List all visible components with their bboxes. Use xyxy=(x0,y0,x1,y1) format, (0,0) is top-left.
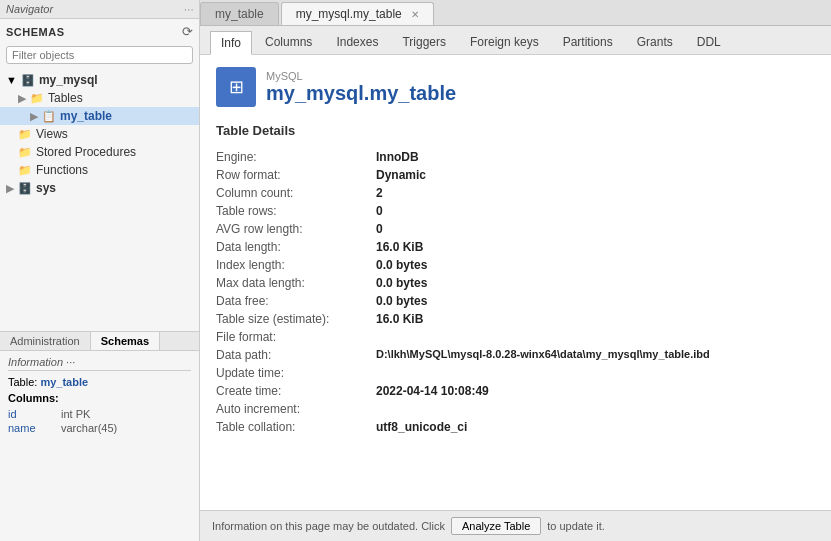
tab-schemas[interactable]: Schemas xyxy=(91,332,160,350)
detail-value: D:\lkh\MySQL\mysql-8.0.28-winx64\data\my… xyxy=(376,346,815,364)
navigator-panel: Navigator ⋯ SCHEMAS ⟳ ▼ 🗄️ my_mysql ▶ 📁 … xyxy=(0,0,200,541)
detail-label: Auto increment: xyxy=(216,400,376,418)
tab-indexes[interactable]: Indexes xyxy=(325,30,389,54)
tree-label-tables: Tables xyxy=(48,91,83,105)
tree-label-functions: Functions xyxy=(36,163,88,177)
detail-value xyxy=(376,364,815,382)
table-row: Update time: xyxy=(216,364,815,382)
table-info-content: ⊞ MySQL my_mysql.my_table Table Details … xyxy=(200,55,831,510)
folder-icon: 📁 xyxy=(30,92,44,105)
table-header: ⊞ MySQL my_mysql.my_table xyxy=(216,67,815,107)
info-panel: Information ··· Table: my_table Columns:… xyxy=(0,351,199,440)
detail-value: 2022-04-14 10:08:49 xyxy=(376,382,815,400)
tree-label-sys: sys xyxy=(36,181,56,195)
tree-label-my-mysql: my_mysql xyxy=(39,73,98,87)
mysql-icon: ⊞ xyxy=(216,67,256,107)
info-table-name: my_table xyxy=(40,376,88,388)
detail-label: Index length: xyxy=(216,256,376,274)
detail-value: 0 xyxy=(376,220,815,238)
detail-value: Dynamic xyxy=(376,166,815,184)
info-columns-label: Columns: xyxy=(8,392,191,404)
table-row: File format: xyxy=(216,328,815,346)
arrow-right-icon-sys: ▶ xyxy=(6,182,14,195)
main-tab-label-2: my_mysql.my_table xyxy=(296,7,402,21)
table-row: Index length: 0.0 bytes xyxy=(216,256,815,274)
tab-partitions[interactable]: Partitions xyxy=(552,30,624,54)
detail-value: 0.0 bytes xyxy=(376,274,815,292)
tree-item-functions[interactable]: 📁 Functions xyxy=(0,161,199,179)
tree-item-my-table[interactable]: ▶ 📋 my_table xyxy=(0,107,199,125)
analyze-table-button[interactable]: Analyze Table xyxy=(451,517,541,535)
db-icon-inner: ⊞ xyxy=(229,76,244,98)
navigator-title-text: Navigator xyxy=(6,3,53,15)
tree-item-stored-procedures[interactable]: 📁 Stored Procedures xyxy=(0,143,199,161)
schemas-label: SCHEMAS xyxy=(6,26,65,38)
table-row: Create time: 2022-04-14 10:08:49 xyxy=(216,382,815,400)
table-row: Table size (estimate): 16.0 KiB xyxy=(216,310,815,328)
tree-item-my-mysql[interactable]: ▼ 🗄️ my_mysql xyxy=(0,71,199,89)
tab-ddl[interactable]: DDL xyxy=(686,30,732,54)
detail-value: 0.0 bytes xyxy=(376,256,815,274)
main-content-panel: my_table my_mysql.my_table ✕ Info Column… xyxy=(200,0,831,541)
detail-label: Data length: xyxy=(216,238,376,256)
detail-label: Column count: xyxy=(216,184,376,202)
bottom-tab-bar: Administration Schemas xyxy=(0,332,199,351)
refresh-icon[interactable]: ⟳ xyxy=(182,24,193,39)
tab-columns[interactable]: Columns xyxy=(254,30,323,54)
footer-text-after: to update it. xyxy=(547,520,605,532)
tab-administration[interactable]: Administration xyxy=(0,332,91,350)
table-row: AVG row length: 0 xyxy=(216,220,815,238)
detail-value: 0.0 bytes xyxy=(376,292,815,310)
tree-item-sys[interactable]: ▶ 🗄️ sys xyxy=(0,179,199,197)
tree-item-views[interactable]: 📁 Views xyxy=(0,125,199,143)
tab-triggers[interactable]: Triggers xyxy=(391,30,457,54)
info-table-text: Table: xyxy=(8,376,40,388)
info-table-label: Table: my_table xyxy=(8,376,191,388)
detail-label: Data path: xyxy=(216,346,376,364)
footer-text-before: Information on this page may be outdated… xyxy=(212,520,445,532)
detail-label: AVG row length: xyxy=(216,220,376,238)
detail-value xyxy=(376,328,815,346)
table-row: Column count: 2 xyxy=(216,184,815,202)
folder-icon-sp: 📁 xyxy=(18,146,32,159)
table-row: Table rows: 0 xyxy=(216,202,815,220)
filter-input[interactable] xyxy=(6,46,193,64)
section-title: Table Details xyxy=(216,123,815,138)
detail-label: Table size (estimate): xyxy=(216,310,376,328)
arrow-down-icon: ▼ xyxy=(6,74,17,86)
tab-info[interactable]: Info xyxy=(210,31,252,55)
table-row: Table collation: utf8_unicode_ci xyxy=(216,418,815,436)
table-row: Data length: 16.0 KiB xyxy=(216,238,815,256)
table-row: Data free: 0.0 bytes xyxy=(216,292,815,310)
table-row: Data path: D:\lkh\MySQL\mysql-8.0.28-win… xyxy=(216,346,815,364)
detail-value xyxy=(376,400,815,418)
tree-label-stored-procedures: Stored Procedures xyxy=(36,145,136,159)
tab-grants[interactable]: Grants xyxy=(626,30,684,54)
bottom-panels: Administration Schemas Information ··· T… xyxy=(0,331,199,541)
tab-close-icon[interactable]: ✕ xyxy=(411,9,419,20)
tab-foreign-keys[interactable]: Foreign keys xyxy=(459,30,550,54)
detail-label: Table collation: xyxy=(216,418,376,436)
detail-table: Engine: InnoDB Row format: Dynamic Colum… xyxy=(216,148,815,436)
table-row: Engine: InnoDB xyxy=(216,148,815,166)
main-tab-label-1: my_table xyxy=(215,7,264,21)
folder-icon-views: 📁 xyxy=(18,128,32,141)
schemas-header: SCHEMAS ⟳ xyxy=(0,19,199,44)
col-type-id: int PK xyxy=(61,408,90,420)
schema-tree: ▼ 🗄️ my_mysql ▶ 📁 Tables ▶ 📋 my_table 📁 … xyxy=(0,69,199,331)
col-name-name: name xyxy=(8,422,53,434)
detail-label: Row format: xyxy=(216,166,376,184)
schema-icon: 🗄️ xyxy=(21,74,35,87)
main-tab-my-table[interactable]: my_table xyxy=(200,2,279,25)
tree-item-tables[interactable]: ▶ 📁 Tables xyxy=(0,89,199,107)
content-tabs: Info Columns Indexes Triggers Foreign ke… xyxy=(200,26,831,55)
main-tab-bar: my_table my_mysql.my_table ✕ xyxy=(200,0,831,26)
table-row: Row format: Dynamic xyxy=(216,166,815,184)
db-source: MySQL xyxy=(266,70,456,82)
table-icon: 📋 xyxy=(42,110,56,123)
detail-label: Table rows: xyxy=(216,202,376,220)
main-tab-my-mysql-my-table[interactable]: my_mysql.my_table ✕ xyxy=(281,2,434,25)
col-name-id: id xyxy=(8,408,53,420)
detail-label: Data free: xyxy=(216,292,376,310)
schema-icon-sys: 🗄️ xyxy=(18,182,32,195)
